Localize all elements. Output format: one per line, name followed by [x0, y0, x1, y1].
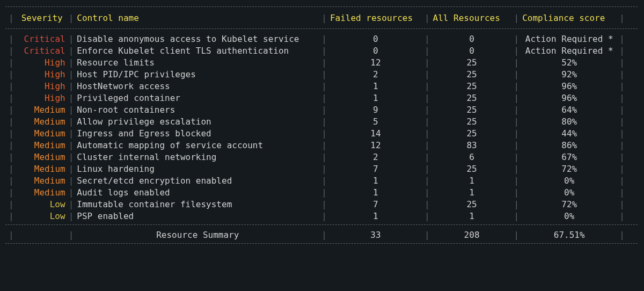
vline-icon: | — [65, 10, 77, 26]
vline-icon: | — [318, 210, 330, 222]
vline-icon: | — [5, 151, 17, 163]
vline-icon: | — [65, 140, 77, 151]
cell-failed: 12 — [330, 140, 421, 151]
cell-compliance: 0% — [522, 175, 616, 187]
vline-icon: | — [421, 45, 433, 57]
cell-all: 25 — [433, 128, 511, 140]
vline-icon: | — [511, 140, 523, 151]
summary-failed: 33 — [330, 229, 421, 241]
cell-control-name: PSP enabled — [77, 210, 318, 222]
vline-icon: | — [616, 10, 628, 26]
cell-all: 25 — [433, 199, 511, 210]
vline-icon: | — [616, 57, 628, 69]
vline-icon: | — [65, 187, 77, 199]
cell-all: 25 — [433, 69, 511, 81]
rule-top — [5, 6, 639, 7]
vline-icon: | — [5, 128, 17, 140]
vline-icon: | — [65, 199, 77, 210]
cell-failed: 7 — [330, 199, 421, 210]
cell-severity: Medium — [17, 187, 65, 199]
vline-icon: | — [421, 10, 433, 26]
vline-icon: | — [65, 116, 77, 128]
table-row: |Medium|Linux hardening|7|25|72%| — [5, 163, 639, 175]
cell-compliance: 52% — [522, 57, 616, 69]
vline-icon: | — [616, 140, 628, 151]
cell-all: 0 — [433, 33, 511, 45]
vline-icon: | — [65, 69, 77, 81]
cell-compliance: 72% — [522, 199, 616, 210]
cell-severity: Critical — [17, 33, 65, 45]
cell-all: 25 — [433, 116, 511, 128]
table-row: |Critical|Enforce Kubelet client TLS aut… — [5, 45, 639, 57]
vline-icon: | — [511, 151, 523, 163]
cell-severity: High — [17, 57, 65, 69]
cell-compliance: Action Required * — [522, 45, 616, 57]
cell-compliance: 92% — [522, 69, 616, 81]
vline-icon: | — [421, 69, 433, 81]
vline-icon: | — [616, 116, 628, 128]
vline-icon: | — [318, 187, 330, 199]
vline-icon: | — [616, 199, 628, 210]
cell-severity: Low — [17, 210, 65, 222]
cell-control-name: HostNetwork access — [77, 81, 318, 92]
vline-icon: | — [318, 199, 330, 210]
vline-icon: | — [511, 92, 523, 104]
table-row: |Medium|Ingress and Egress blocked|14|25… — [5, 128, 639, 140]
vline-icon: | — [421, 199, 433, 210]
cell-all: 25 — [433, 57, 511, 69]
cell-failed: 1 — [330, 81, 421, 92]
cell-all: 1 — [433, 210, 511, 222]
cell-control-name: Secret/etcd encryption enabled — [77, 175, 318, 187]
summary-compliance: 67.51% — [522, 229, 616, 241]
cell-all: 83 — [433, 140, 511, 151]
vline-icon: | — [5, 163, 17, 175]
cell-compliance: 44% — [522, 128, 616, 140]
vline-icon: | — [421, 187, 433, 199]
vline-icon: | — [65, 33, 77, 45]
vline-icon: | — [65, 81, 77, 92]
vline-icon: | — [511, 128, 523, 140]
cell-failed: 5 — [330, 116, 421, 128]
cell-all: 25 — [433, 163, 511, 175]
vline-icon: | — [318, 33, 330, 45]
vline-icon: | — [511, 33, 523, 45]
vline-icon: | — [318, 10, 330, 26]
vline-icon: | — [421, 128, 433, 140]
table-row: |Low|PSP enabled|1|1|0%| — [5, 210, 639, 222]
vline-icon: | — [511, 116, 523, 128]
vline-icon: | — [421, 81, 433, 92]
table-row: |High|Host PID/IPC privileges|2|25|92%| — [5, 69, 639, 81]
header-failed: Failed resources — [330, 10, 421, 26]
vline-icon: | — [421, 33, 433, 45]
cell-control-name: Allow privilege escalation — [77, 116, 318, 128]
cell-compliance: 67% — [522, 151, 616, 163]
vline-icon: | — [5, 45, 17, 57]
cell-severity: High — [17, 69, 65, 81]
vline-icon: | — [421, 175, 433, 187]
cell-compliance: 96% — [522, 81, 616, 92]
cell-severity: High — [17, 92, 65, 104]
cell-control-name: Cluster internal networking — [77, 151, 318, 163]
vline-icon: | — [616, 45, 628, 57]
rule-body-bottom — [5, 224, 639, 225]
cell-all: 25 — [433, 81, 511, 92]
vline-icon: | — [511, 104, 523, 116]
header-control-name: Control name — [77, 10, 318, 26]
vline-icon: | — [421, 57, 433, 69]
cell-compliance: 0% — [522, 210, 616, 222]
vline-icon: | — [616, 128, 628, 140]
vline-icon: | — [318, 229, 330, 241]
vline-icon: | — [65, 128, 77, 140]
vline-icon: | — [616, 175, 628, 187]
vline-icon: | — [421, 104, 433, 116]
header-all: All Resources — [433, 10, 511, 26]
cell-failed: 1 — [330, 92, 421, 104]
cell-severity: Medium — [17, 140, 65, 151]
vline-icon: | — [421, 92, 433, 104]
table-row: |Low|Immutable container filesystem|7|25… — [5, 199, 639, 210]
summary-all: 208 — [433, 229, 511, 241]
cell-control-name: Ingress and Egress blocked — [77, 128, 318, 140]
vline-icon: | — [616, 163, 628, 175]
cell-failed: 7 — [330, 163, 421, 175]
vline-icon: | — [318, 140, 330, 151]
